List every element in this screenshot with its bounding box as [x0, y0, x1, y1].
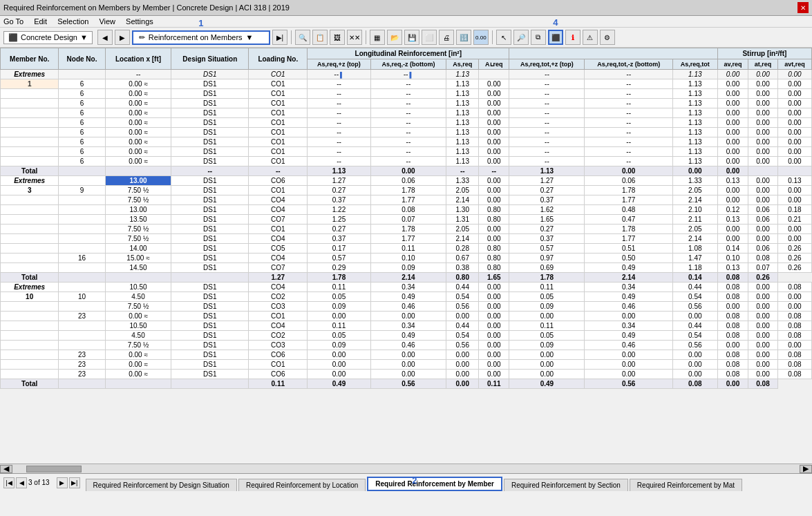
table-cell: 6: [59, 89, 105, 99]
table-cell: DS1: [171, 341, 249, 350]
calc-button[interactable]: 🔢: [456, 30, 471, 45]
scroll-right-button[interactable]: ▶: [800, 465, 812, 473]
table-cell: 0.08: [748, 379, 778, 389]
table-cell: 0.00: [777, 147, 811, 157]
concrete-design-dropdown[interactable]: ⬛ Concrete Design ▼: [3, 31, 93, 44]
view-selector-dropdown[interactable]: ✏ Reinforcement on Members ▼: [132, 30, 270, 45]
copy-button[interactable]: 📋: [312, 30, 328, 45]
tab-4[interactable]: Required Reinforcement by Mat: [630, 479, 742, 491]
tab-3[interactable]: Required Reinforcement by Section: [504, 479, 628, 491]
table-cell: 0.08: [370, 205, 446, 215]
pencil-icon: ✏: [139, 33, 145, 42]
table-cell: 0.11: [479, 379, 509, 389]
table-cell: --: [308, 128, 370, 137]
table-cell: 0.00: [777, 89, 811, 99]
table-cell: 0.07: [370, 215, 446, 224]
member-no-cell: [1, 312, 59, 321]
table-cell: 1.78: [585, 186, 672, 195]
export-button[interactable]: ✕✕: [347, 30, 362, 45]
header-design-situation: Design Situation: [171, 48, 249, 70]
table-cell: 0.00: [479, 312, 509, 321]
prev-view-button[interactable]: ◀: [97, 30, 113, 45]
expand-button[interactable]: ▶|: [272, 30, 287, 45]
header-as-req-top: As,req,+z (top): [308, 59, 370, 70]
table-cell: --: [509, 118, 585, 128]
table-cell: 0.00: [479, 108, 509, 118]
table-cell: --: [370, 99, 446, 108]
filter-button[interactable]: ⧉: [531, 30, 546, 45]
menu-selection[interactable]: Selection: [57, 17, 88, 26]
table-cell: DS1: [171, 186, 249, 195]
scroll-thumb[interactable]: [26, 466, 82, 472]
table-cell: CO1: [249, 79, 308, 89]
table-cell: DS1: [171, 321, 249, 331]
table-row: 60.00 ≈DS1CO1----1.130.00----1.130.000.0…: [1, 99, 812, 108]
table-cell: [59, 302, 105, 312]
table-cell: CO1: [249, 108, 308, 118]
table-cell: 0.56: [672, 341, 717, 350]
separator-3: [492, 30, 493, 44]
close-button[interactable]: ✕: [797, 2, 809, 13]
print-button[interactable]: 🖨: [439, 30, 454, 45]
menu-settings[interactable]: Settings: [126, 17, 153, 26]
table-cell: 0.00: [479, 370, 509, 379]
layout-button[interactable]: ⬜: [422, 30, 437, 45]
table-cell: --: [370, 118, 446, 128]
table-cell: --: [585, 99, 672, 108]
table-row: 1615.00 ≈DS1CO40.570.100.670.800.970.501…: [1, 254, 812, 263]
first-page-button[interactable]: |◀: [3, 477, 15, 488]
magnify-button[interactable]: 🔎: [513, 30, 529, 45]
cursor-button[interactable]: ↖: [496, 30, 511, 45]
table-cell: CO6: [249, 350, 308, 360]
table-row: 7.50 ½DS1CO10.271.782.050.000.271.782.05…: [1, 224, 812, 234]
prev-page-button[interactable]: ◀: [16, 477, 27, 488]
dropdown-caret-icon: ▼: [246, 33, 254, 41]
table-cell: 0.50: [585, 254, 672, 263]
tab-2[interactable]: Required Reinforcement by Member: [367, 477, 502, 491]
tab-0[interactable]: Required Reinforcement by Design Situati…: [86, 479, 237, 491]
table-cell: CO1: [249, 118, 308, 128]
menu-view[interactable]: View: [99, 17, 115, 26]
image-button[interactable]: 🖼: [330, 30, 345, 45]
table-cell: 0.09: [509, 341, 585, 350]
table-cell: 1.62: [509, 205, 585, 215]
table-cell: 6: [59, 79, 105, 89]
table-cell: [59, 176, 105, 186]
info-button[interactable]: ℹ: [565, 30, 580, 45]
concrete-icon: ⬛: [8, 33, 18, 42]
align-button[interactable]: ⬛: [548, 30, 563, 45]
table-cell: DS1: [171, 89, 249, 99]
next-view-button[interactable]: ▶: [115, 30, 130, 45]
table-button[interactable]: ▦: [370, 30, 385, 45]
search-button[interactable]: 🔍: [295, 30, 310, 45]
table-cell: 0.00: [748, 312, 778, 321]
menu-goto[interactable]: Go To: [3, 17, 23, 26]
settings2-button[interactable]: ⚙: [600, 30, 615, 45]
save-button[interactable]: 💾: [404, 30, 419, 45]
zero-button[interactable]: 0.00: [473, 30, 489, 45]
next-page-button[interactable]: ▶: [57, 477, 68, 488]
table-cell: 0.00: [748, 360, 778, 370]
table-cell: --: [308, 108, 370, 118]
table-cell: 0.00: [479, 283, 509, 292]
table-cell: 0.00 ≈: [105, 360, 171, 370]
menu-edit[interactable]: Edit: [34, 17, 47, 26]
table-cell: DS1: [171, 292, 249, 302]
last-page-button[interactable]: ▶|: [69, 477, 80, 488]
table-cell: CO7: [249, 215, 308, 224]
table-cell: 0.08: [717, 292, 748, 302]
table-cell: 0.49: [509, 379, 585, 389]
table-row: Extremes--DS1CO1--▌--▌1.13----1.130.000.…: [1, 70, 812, 79]
table-cell: --: [585, 137, 672, 147]
open-button[interactable]: 📂: [387, 30, 402, 45]
table-cell: DS1: [171, 350, 249, 360]
table-cell: DS1: [171, 70, 249, 79]
table-cell: --: [446, 166, 479, 176]
table-cell: 1.78: [370, 186, 446, 195]
table-cell: 0.05: [308, 292, 370, 302]
scroll-left-button[interactable]: ◀: [0, 465, 12, 473]
horizontal-scrollbar[interactable]: ◀ ▶: [0, 464, 812, 473]
warning-button[interactable]: ⚠: [583, 30, 598, 45]
tab-1[interactable]: Required Reinforcement by Location: [238, 479, 366, 491]
table-cell: 1.33: [446, 176, 479, 186]
